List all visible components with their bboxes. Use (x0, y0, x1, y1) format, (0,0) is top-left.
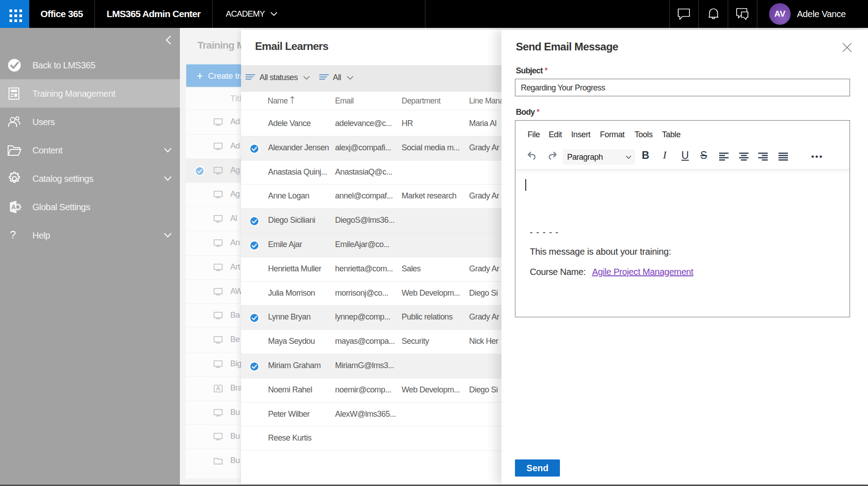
svg-text:A: A (11, 203, 16, 211)
